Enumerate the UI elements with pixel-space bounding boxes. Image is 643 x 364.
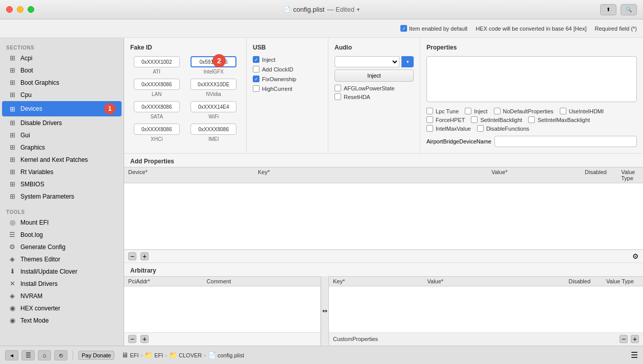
nodefaultprops-checkbox[interactable] <box>494 108 501 114</box>
arbitrary-divider[interactable]: ⇔ <box>321 276 329 345</box>
forcehpet-checkbox[interactable] <box>426 116 433 123</box>
back-icon[interactable]: ◂ <box>5 350 18 360</box>
intelmaxvalue-row: IntelMaxValue <box>426 125 471 132</box>
usb-add-clockid-row: Add ClockID <box>253 66 322 72</box>
sidebar-item-hex-converter[interactable]: ◉ HEX converter <box>2 302 122 314</box>
useintelhdmi-checkbox[interactable] <box>560 108 566 114</box>
donate-button[interactable]: Pay Donate <box>78 351 114 360</box>
properties-title: Properties <box>426 44 637 51</box>
sidebar-item-themes-editor[interactable]: ◈ Themes Editor <box>2 253 122 265</box>
breadcrumb-efi1[interactable]: 🖥 EFI <box>122 351 138 359</box>
sidebar-item-kernel-kext[interactable]: ⊞ Kernel and Kext Patches <box>2 154 122 165</box>
setintelbacklight-checkbox[interactable] <box>471 116 478 123</box>
breadcrumb-label-efi1: EFI <box>130 352 138 358</box>
window-title: 📄 config.plist — Edited ▾ <box>283 6 360 13</box>
search-button[interactable]: 🔍 <box>621 4 637 15</box>
sidebar-item-boot[interactable]: ⊞ Boot <box>2 64 122 76</box>
fake-id-input-imei[interactable] <box>190 124 236 135</box>
arbitrary-tables: PciAddr* Comment − + ⇔ Ke <box>124 276 643 345</box>
required-field-label: Required field (*) <box>594 26 637 32</box>
sidebar-item-system-parameters[interactable]: ⊞ System Parameters <box>2 190 122 202</box>
add-properties-add-btn[interactable]: + <box>140 252 149 260</box>
gui-icon: ⊞ <box>8 131 16 139</box>
maximize-button[interactable] <box>28 6 34 13</box>
sidebar-item-text-mode[interactable]: ◉ Text Mode <box>2 314 122 326</box>
forcehpet-row: ForceHPET <box>426 116 465 123</box>
sidebar-item-nvram[interactable]: ◈ NVRAM <box>2 290 122 302</box>
fake-id-input-nvidia[interactable] <box>190 79 236 90</box>
mount-efi-icon: ◎ <box>8 219 16 226</box>
audio-select[interactable] <box>335 56 399 67</box>
sidebar-label-disable-drivers: Disable Drivers <box>20 119 62 127</box>
audio-dropdown-arrow[interactable]: ▾ <box>401 56 414 67</box>
setintelmaxbacklight-checkbox[interactable] <box>528 116 535 123</box>
item-enabled-checkbox[interactable]: ✓ <box>400 25 407 32</box>
sidebar-item-disable-drivers[interactable]: ⊞ Disable Drivers <box>2 117 122 129</box>
add-properties-gear-btn[interactable]: ⚙ <box>632 252 639 260</box>
audio-inject-button[interactable]: Inject <box>335 69 414 82</box>
arb-col-disabled: Disabled <box>564 277 602 286</box>
fake-id-cell-ati: ATI <box>130 56 183 75</box>
fake-id-input-ati[interactable] <box>134 56 180 67</box>
share-icon[interactable]: ⎋ <box>54 350 67 360</box>
sidebar-item-generate-config[interactable]: ⚙ Generate Config <box>2 241 122 253</box>
close-button[interactable] <box>6 6 13 13</box>
intelmaxvalue-checkbox[interactable] <box>426 125 433 132</box>
fake-id-input-xhci[interactable] <box>134 124 180 135</box>
sidebar-item-cpu[interactable]: ⊞ Cpu <box>2 89 122 101</box>
fake-id-input-wifi[interactable] <box>190 101 236 112</box>
lpctune-checkbox[interactable] <box>426 108 433 114</box>
donate-label: Donate <box>93 352 111 358</box>
sidebar-item-install-drivers[interactable]: ✕ Install Drivers <box>2 278 122 289</box>
boot-icon: ⊞ <box>8 66 16 74</box>
bottom-menu-icon[interactable]: ☰ <box>631 350 638 360</box>
usb-add-clockid-checkbox[interactable] <box>253 66 259 72</box>
properties-textarea[interactable] <box>426 56 637 102</box>
fake-id-cell-sata: SATA <box>130 101 183 119</box>
menu-icon[interactable]: ☰ <box>21 350 35 360</box>
resethda-checkbox[interactable] <box>335 93 341 100</box>
usb-fixownership-checkbox[interactable]: ✓ <box>253 76 259 82</box>
fake-id-cell-wifi: WiFi <box>187 101 241 119</box>
minimize-button[interactable] <box>17 6 23 13</box>
sidebar-label-acpi: Acpi <box>20 55 32 62</box>
title-dropdown[interactable]: ▾ <box>357 7 360 12</box>
fake-id-badge: 2 <box>212 54 226 67</box>
breadcrumb-clover[interactable]: 📁 CLOVER <box>169 351 202 359</box>
share-button[interactable]: ⬆ <box>600 4 616 15</box>
sidebar-item-boot-graphics[interactable]: ⊞ Boot Graphics <box>2 77 122 88</box>
sidebar-item-smbios[interactable]: ⊞ SMBIOS <box>2 178 122 190</box>
breadcrumb-config[interactable]: 📄 config.plist <box>208 351 244 359</box>
arbitrary-remove-btn[interactable]: − <box>128 335 136 343</box>
sidebar-item-gui[interactable]: ⊞ Gui <box>2 129 122 141</box>
sidebar-label-boot-log: Boot.log <box>20 231 43 238</box>
sidebar-item-graphics[interactable]: ⊞ Graphics <box>2 141 122 153</box>
sidebar-item-devices[interactable]: ⊞ Devices 1 <box>2 101 122 116</box>
home-icon[interactable]: ⌂ <box>38 350 51 360</box>
props-inject-checkbox[interactable] <box>465 108 471 114</box>
fake-id-input-sata[interactable] <box>134 101 180 112</box>
properties-checkboxes: Lpc Tune Inject NoDefaultProperties <box>426 108 637 132</box>
sidebar-item-rt-variables[interactable]: ⊞ Rt Variables <box>2 166 122 178</box>
custom-props-add-btn[interactable]: + <box>631 335 639 343</box>
add-properties-remove-btn[interactable]: − <box>128 252 136 260</box>
fake-id-label-intelgfx: IntelGFX <box>204 69 224 75</box>
fake-id-input-lan[interactable] <box>134 79 180 90</box>
fake-id-label-ati: ATI <box>153 69 160 75</box>
resethda-label: ResetHDA <box>344 94 370 100</box>
usb-inject-checkbox[interactable]: ✓ <box>253 56 259 63</box>
sidebar-item-boot-log[interactable]: ☰ Boot.log <box>2 229 122 240</box>
sidebar-item-acpi[interactable]: ⊞ Acpi <box>2 52 122 64</box>
custom-props-remove-btn[interactable]: − <box>620 335 628 343</box>
disablefunctions-checkbox[interactable] <box>477 125 484 132</box>
custom-props-label: CustomProperties <box>333 336 378 342</box>
intelmaxvalue-label: IntelMaxValue <box>436 126 471 132</box>
usb-highcurrent-checkbox[interactable] <box>253 85 259 92</box>
folder-icon-2: 📁 <box>169 351 177 359</box>
airport-input[interactable] <box>494 136 637 147</box>
arbitrary-add-btn[interactable]: + <box>140 335 149 343</box>
sidebar-item-mount-efi[interactable]: ◎ Mount EFI <box>2 216 122 228</box>
sidebar-item-install-update-clover[interactable]: ⬇ Install/Update Clover <box>2 265 122 277</box>
afglowpowerstate-checkbox[interactable] <box>335 85 341 91</box>
breadcrumb-efi2[interactable]: 📁 EFI <box>145 351 163 359</box>
